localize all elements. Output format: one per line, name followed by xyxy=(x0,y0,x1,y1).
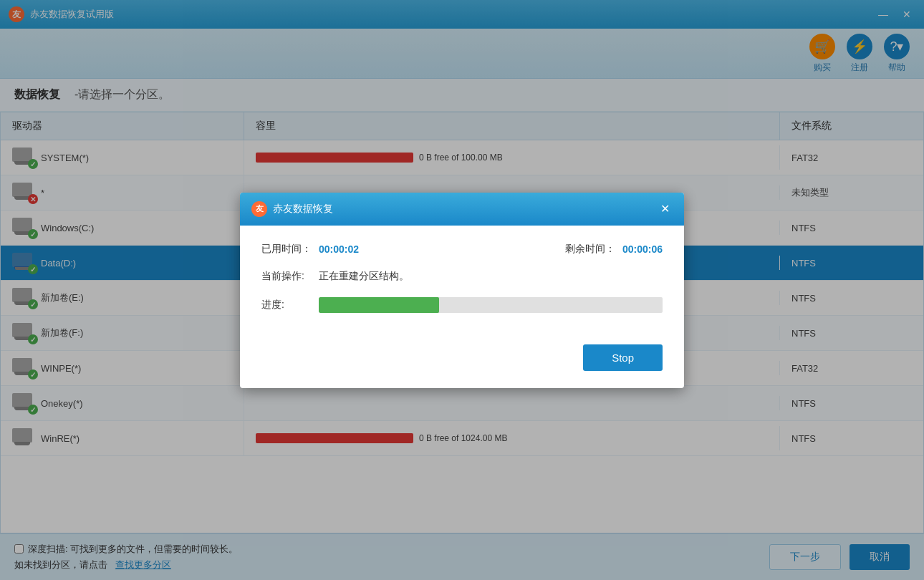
dialog-app-icon: 友 xyxy=(251,201,267,217)
stop-button[interactable]: Stop xyxy=(583,344,663,371)
progress-row: 进度: xyxy=(261,297,663,313)
dialog-footer: Stop xyxy=(240,344,684,388)
remaining-value: 00:00:06 xyxy=(622,243,663,255)
progress-label: 进度: xyxy=(261,299,319,311)
dialog-title-bar: 友 赤友数据恢复 ✕ xyxy=(240,193,684,226)
operation-value: 正在重建分区结构。 xyxy=(319,270,409,283)
progress-fill xyxy=(319,297,439,313)
operation-row: 当前操作: 正在重建分区结构。 xyxy=(261,270,663,283)
elapsed-value: 00:00:02 xyxy=(319,243,359,255)
time-row: 已用时间： 00:00:02 剩余时间： 00:00:06 xyxy=(261,243,663,256)
operation-label: 当前操作: xyxy=(261,270,319,283)
dialog-overlay: 友 赤友数据恢复 ✕ 已用时间： 00:00:02 剩余时间： 00:00:06… xyxy=(0,0,924,580)
progress-dialog: 友 赤友数据恢复 ✕ 已用时间： 00:00:02 剩余时间： 00:00:06… xyxy=(240,193,684,388)
dialog-title-text: 赤友数据恢复 xyxy=(273,203,333,216)
progress-bar-container xyxy=(319,297,663,313)
remaining-label: 剩余时间： xyxy=(565,243,622,256)
dialog-body: 已用时间： 00:00:02 剩余时间： 00:00:06 当前操作: 正在重建… xyxy=(240,226,684,344)
elapsed-label: 已用时间： xyxy=(261,243,319,256)
dialog-title-left: 友 赤友数据恢复 xyxy=(251,201,333,217)
dialog-close-button[interactable]: ✕ xyxy=(658,202,673,216)
